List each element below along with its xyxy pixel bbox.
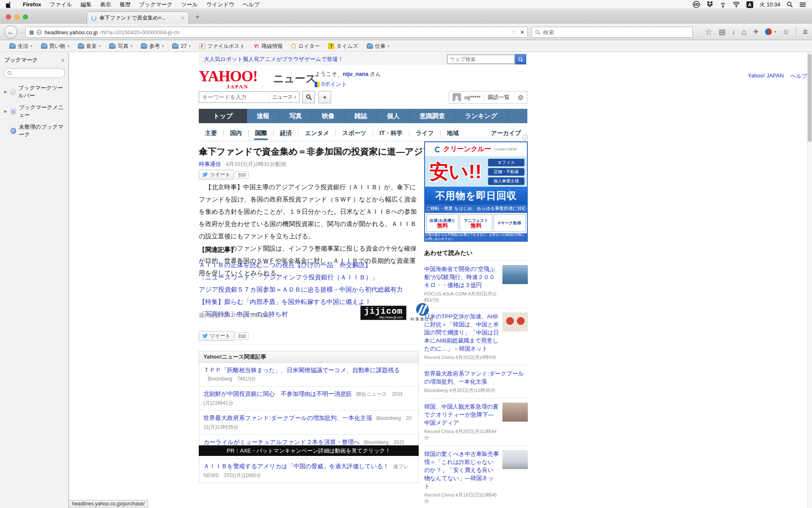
subnav-shuyo[interactable]: 主要 (199, 130, 223, 137)
related-link[interactable]: ＡＩＩＢの正体を読む二つの視点【ひげの一品 外交解説】 (199, 259, 419, 271)
menu-firefox[interactable]: Firefox (19, 1, 45, 8)
creative-cloud-icon[interactable] (693, 1, 700, 8)
bookmark-folder-27[interactable]: 27▾ (168, 43, 195, 49)
disclosure-triangle-icon[interactable]: ▶ (4, 109, 8, 113)
menu-hamburger-icon[interactable]: ≡ (803, 28, 808, 36)
jijicom-logo[interactable]: jijicom http://www.jiji.com (360, 306, 406, 320)
menubar-clock[interactable]: 火 10:34 (760, 1, 780, 8)
tweet-button[interactable]: ツイート (199, 331, 234, 341)
add-search-button[interactable]: + (318, 91, 331, 103)
related-news-link[interactable]: ＡＩＩＢを警戒するアメリカは「中国の脅威」を過大評価している！ (203, 463, 389, 469)
feedback-smiley-icon[interactable]: ☺ (782, 28, 790, 36)
browser-search-input[interactable] (543, 29, 670, 36)
article-source-link[interactable]: 時事通信 (199, 161, 221, 167)
yahoo-japan-logo[interactable]: YAHOO! JAPAN (199, 69, 273, 90)
help-link[interactable]: ヘルプ (790, 72, 807, 80)
extension-caret-icon[interactable]: ▾ (774, 30, 776, 34)
subnav-keizai[interactable]: 経済 (273, 130, 298, 137)
username-link[interactable]: niju_nana (343, 71, 368, 77)
recommend-link[interactable]: 世界最大政府系ファンド:ダークプールの増加批判、一本化主張 (424, 370, 524, 385)
tab-top[interactable]: トップ (199, 109, 247, 123)
forward-button[interactable]: → (19, 28, 25, 35)
downloads-icon[interactable]: ↓ (732, 28, 735, 36)
disclosure-triangle-icon[interactable]: ▶ (4, 90, 8, 94)
bookmarks-sidebar-icon[interactable]: ▤ (719, 28, 725, 36)
bookmark-folder-shigoto[interactable]: 仕事▾ (362, 43, 394, 50)
yahoo-japan-link[interactable]: Yahoo! JAPAN (748, 72, 784, 80)
tab-shashin[interactable]: 写真 (280, 109, 312, 123)
recommend-link[interactable]: 韓国、中国人観光客急増の裏でクオリティーが急降下―中国メディア (424, 403, 499, 426)
menu-file[interactable]: ファイル (45, 1, 76, 8)
spotlight-search-icon[interactable] (787, 1, 793, 8)
bookmark-times[interactable]: Tタイムズ (324, 43, 362, 50)
subnav-sports[interactable]: スポーツ (335, 130, 373, 137)
menu-view[interactable]: 表示 (96, 1, 115, 8)
send-tab-icon[interactable]: ✈ (753, 28, 759, 36)
related-news-link[interactable]: カーライルがミューチュアルファンド２本を清算・整理へ (203, 439, 360, 445)
tiles-icon[interactable]: ▦ (29, 29, 34, 35)
menu-tools[interactable]: ツール (177, 1, 202, 8)
new-tab-button[interactable]: + (195, 13, 200, 21)
search-scope-dropdown[interactable]: ニュース ▾ (269, 94, 296, 101)
subnav-entame[interactable]: エンタメ (298, 130, 335, 137)
wifi-icon[interactable] (732, 1, 740, 8)
notification-center-icon[interactable] (799, 2, 806, 8)
url-bar[interactable]: ▦ headlines.yahoo.co.jp /hl?a=20150420-0… (25, 27, 528, 38)
promo-link[interactable]: 大人気ロボット擬人化アニメがブラウザゲームで登場！ (204, 55, 343, 63)
apple-icon[interactable] (6, 1, 12, 8)
bookmark-folder-seikatsu[interactable]: 生活▾ (5, 43, 37, 50)
bookmark-reuters[interactable]: ロイター (287, 43, 324, 50)
url-dropdown-icon[interactable]: ▽ (512, 30, 516, 35)
window-close-button[interactable] (6, 14, 11, 19)
related-news-link[interactable]: ＴＰＰ「距離相当狭まった」、日米閣僚協議でーコメ、自動車に課題残る (203, 367, 400, 373)
subnav-kokusai[interactable]: 国際 (248, 130, 273, 137)
news-search-box[interactable]: ニュース ▾ (199, 91, 299, 103)
bookmark-transit[interactable]: Y!路線情報 (249, 43, 287, 50)
sidebar-item-menu[interactable]: ▶ ▤ ブックマークメニュー (0, 102, 69, 121)
tab-kojin[interactable]: 個人 (377, 109, 410, 123)
stop-loading-icon[interactable]: × (521, 29, 524, 36)
subnav-it[interactable]: IT・科学 (373, 130, 409, 137)
sidebar-search-box[interactable] (3, 68, 65, 78)
display-ad[interactable]: クリーンクルー CLEAN CREW. 安い!! オフィス 店舗・不動産 個人事… (424, 141, 528, 242)
article-thumbnail[interactable] (502, 312, 528, 331)
input-source-icon[interactable]: A (746, 1, 753, 8)
news-service-logo[interactable]: ニュース (273, 72, 316, 86)
keyword-input[interactable] (202, 94, 269, 100)
window-zoom-button[interactable] (23, 14, 28, 19)
back-button[interactable]: ← (4, 25, 17, 39)
related-link[interactable]: アジア投資銀５７カ国参加＝ＡＤＢに迫る規模－中国から初代総裁有力 (199, 283, 419, 295)
points-link[interactable]: 0ポイント (321, 80, 347, 88)
scrollbar-track[interactable] (807, 52, 812, 508)
dropbox-icon[interactable] (706, 1, 713, 8)
sidebar-search-input[interactable] (14, 70, 61, 76)
tweet-button[interactable]: ツイート (199, 170, 234, 179)
menu-help[interactable]: ヘルプ (239, 1, 264, 8)
bookmark-folder-sanko[interactable]: 参考▾ (137, 43, 168, 50)
extension-icon[interactable] (765, 28, 772, 35)
remote-status-icon[interactable] (720, 1, 726, 8)
recommend-link[interactable]: 中国海南省で開発の"空飛ぶ船"が試験飛行、時速２００キロ・・価格は３億円 (424, 266, 495, 288)
ad-info-icon[interactable]: i (522, 135, 528, 140)
recommend-link[interactable]: 日米のTPP交渉が加速、AIIBに対抗＝「韓国は、中国と米国の間で綱渡り」「中国… (424, 313, 499, 352)
browser-tab[interactable]: 傘下ファンドで資金集め=... × (87, 11, 189, 24)
tab-close-icon[interactable]: × (181, 15, 184, 21)
bookmark-folder-ongaku[interactable]: 音楽▾ (74, 43, 105, 50)
sidebar-item-toolbar[interactable]: ▶ ☆ ブックマークツールバー (0, 82, 69, 102)
bookmark-folder-kaimono[interactable]: 買い物▾ (37, 43, 74, 50)
tab-eizo[interactable]: 映像 (312, 109, 345, 123)
related-news-link[interactable]: 世界最大政府系ファンド:ダークプールの増加批判、一本化主張 (203, 414, 372, 421)
window-minimize-button[interactable] (14, 14, 19, 19)
menu-history[interactable]: 履歴 (115, 1, 135, 8)
bookmark-filepost[interactable]: Fファイルポスト (195, 43, 250, 50)
subnav-kokunai[interactable]: 国内 (223, 130, 248, 137)
recommend-link[interactable]: 韓国の驚くべき中古車販売事情＝「これは詐欺じゃないのか？」「安く買える良い物なん… (424, 451, 499, 489)
news-search-button[interactable] (302, 91, 315, 103)
related-link[interactable]: 〔ニュースワード〕「アジアインフラ投資銀行（ＡＩＩＢ）」 (199, 271, 419, 283)
browser-search-bar[interactable] (531, 27, 693, 38)
sidebar-close-icon[interactable]: × (61, 57, 64, 64)
scrollbar-thumb[interactable] (808, 54, 812, 142)
menu-bookmarks[interactable]: ブックマーク (135, 1, 177, 8)
article-thumbnail[interactable] (502, 450, 528, 469)
menu-edit[interactable]: 編集 (77, 1, 96, 8)
